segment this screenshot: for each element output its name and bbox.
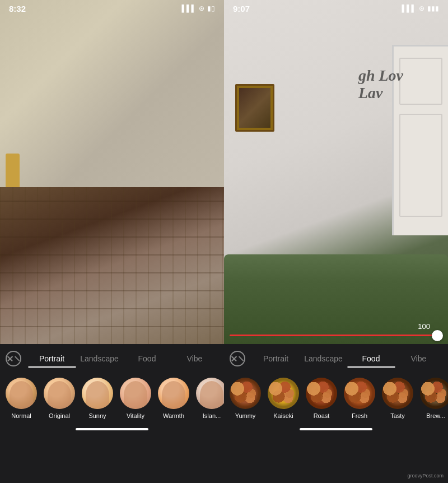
rug: [0, 187, 224, 344]
filter-tasty[interactable]: Tasty: [382, 378, 413, 419]
filter-label-warmth: Warmth: [163, 412, 184, 419]
tab-portrait-right[interactable]: Portrait: [252, 352, 300, 365]
tab-landscape-left[interactable]: Landscape: [76, 352, 123, 365]
face-original: [48, 381, 71, 409]
tab-vibe-right[interactable]: Vibe: [395, 352, 442, 365]
filter-label-brew: Brew...: [426, 412, 445, 419]
couch: [224, 254, 448, 344]
right-filter-list: Yummy Kaiseki Roast Fresh: [224, 371, 448, 424]
filter-brew[interactable]: Brew...: [420, 378, 448, 419]
face-sunny: [86, 381, 109, 409]
filter-thumb-kaiseki: [268, 378, 299, 409]
slider-value: 100: [418, 322, 430, 331]
watermark: groovyPost.com: [407, 473, 444, 479]
face-island: [200, 381, 223, 409]
filter-normal[interactable]: Normal: [6, 378, 37, 419]
tab-vibe-left[interactable]: Vibe: [171, 352, 218, 365]
left-status-icons: ▌▌▌ ⊛ ▮▯: [181, 4, 215, 12]
face-vitality: [124, 381, 147, 409]
filter-thumb-warmth: [158, 378, 189, 409]
wall-text: gh Lov Lav: [358, 67, 403, 102]
tab-food-left[interactable]: Food: [123, 352, 171, 365]
filter-label-island: Islan...: [203, 412, 221, 419]
left-bottom-controls: Portrait Landscape Food Vibe Normal Orig…: [0, 344, 224, 483]
filter-thumb-island: [196, 378, 224, 409]
wifi-icon-right: ⊛: [419, 4, 424, 12]
filter-island[interactable]: Islan...: [196, 378, 224, 419]
signal-icon-right: ▌▌▌: [402, 4, 416, 12]
left-status-bar: 8:32 ▌▌▌ ⊛ ▮▯: [0, 0, 224, 17]
filter-roast[interactable]: Roast: [306, 378, 337, 419]
tab-portrait-left[interactable]: Portrait: [28, 352, 76, 365]
food-dots-yummy: [230, 378, 261, 409]
filter-thumb-fresh: [344, 378, 375, 409]
filter-sunny[interactable]: Sunny: [82, 378, 113, 419]
right-photo: gh Lov Lav 9:07 ▌▌▌ ⊛ ▮▮▮ 100: [224, 0, 448, 344]
filter-label-roast: Roast: [314, 412, 330, 419]
right-home-indicator: [300, 428, 372, 430]
filter-label-vitality: Vitality: [127, 412, 144, 419]
filter-thumb-roast: [306, 378, 337, 409]
right-cancel-icon[interactable]: [230, 351, 245, 366]
intensity-slider-section: 100: [230, 335, 442, 336]
filter-kaiseki[interactable]: Kaiseki: [268, 378, 299, 419]
food-dots-roast: [306, 378, 337, 409]
filter-thumb-sunny: [82, 378, 113, 409]
right-bottom-controls: Portrait Landscape Food Vibe Yummy Kaise…: [224, 344, 448, 483]
food-dots-kaiseki: [268, 378, 299, 409]
right-panel: gh Lov Lav 9:07 ▌▌▌ ⊛ ▮▮▮ 100 Portr: [224, 0, 448, 483]
filter-vitality[interactable]: Vitality: [120, 378, 151, 419]
battery-icon-right: ▮▮▮: [427, 4, 439, 12]
slider-track[interactable]: [230, 335, 442, 336]
filter-thumb-yummy: [230, 378, 261, 409]
giraffe-toy: [6, 154, 20, 187]
picture-frame: [235, 84, 274, 132]
filter-thumb-tasty: [382, 378, 413, 409]
left-home-indicator: [76, 428, 148, 430]
food-dots-brew: [420, 378, 448, 409]
battery-icon: ▮▯: [207, 4, 215, 12]
tab-food-right[interactable]: Food: [347, 352, 395, 365]
tab-landscape-right[interactable]: Landscape: [300, 352, 347, 365]
left-panel: 8:32 ▌▌▌ ⊛ ▮▯ Portrait Landscape Food Vi…: [0, 0, 224, 483]
left-time: 8:32: [9, 4, 26, 13]
wall-text-line2: Lav: [358, 85, 403, 102]
right-status-bar: 9:07 ▌▌▌ ⊛ ▮▮▮: [224, 0, 448, 17]
food-dots-tasty: [382, 378, 413, 409]
left-filter-tabs: Portrait Landscape Food Vibe: [0, 344, 224, 371]
wall-text-line1: gh Lov: [358, 67, 403, 85]
filter-label-fresh: Fresh: [352, 412, 367, 419]
right-status-icons: ▌▌▌ ⊛ ▮▮▮: [402, 4, 439, 12]
filter-label-normal: Normal: [11, 412, 31, 419]
cancel-x-right: [231, 355, 238, 363]
left-filter-list: Normal Original Sunny Vita: [0, 371, 224, 424]
filter-label-yummy: Yummy: [235, 412, 256, 419]
filter-label-kaiseki: Kaiseki: [273, 412, 293, 419]
filter-thumb-normal: [6, 378, 37, 409]
cancel-x: [7, 355, 14, 363]
filter-label-tasty: Tasty: [390, 412, 405, 419]
face-normal: [10, 381, 33, 409]
left-cancel-icon[interactable]: [6, 351, 21, 366]
filter-thumb-brew: [420, 378, 448, 409]
filter-warmth[interactable]: Warmth: [158, 378, 189, 419]
filter-thumb-original: [44, 378, 75, 409]
filter-label-sunny: Sunny: [88, 412, 106, 419]
food-dots-fresh: [344, 378, 375, 409]
filter-original[interactable]: Original: [44, 378, 75, 419]
right-time: 9:07: [233, 4, 250, 13]
filter-thumb-vitality: [120, 378, 151, 409]
face-warmth: [162, 381, 185, 409]
wifi-icon: ⊛: [199, 4, 204, 12]
signal-icon: ▌▌▌: [181, 4, 196, 12]
filter-yummy[interactable]: Yummy: [230, 378, 261, 419]
filter-label-original: Original: [49, 412, 70, 419]
right-filter-tabs: Portrait Landscape Food Vibe: [224, 344, 448, 371]
filter-fresh[interactable]: Fresh: [344, 378, 375, 419]
slider-thumb[interactable]: [432, 330, 443, 341]
left-photo: 8:32 ▌▌▌ ⊛ ▮▯: [0, 0, 224, 344]
